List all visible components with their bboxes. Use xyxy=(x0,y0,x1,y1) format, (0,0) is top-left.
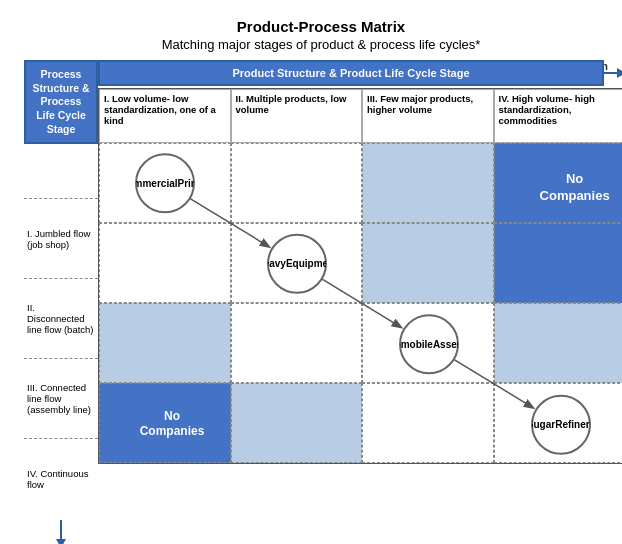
cell-r4c2 xyxy=(231,383,363,463)
row-label-2: II. Disconnected line flow (batch) xyxy=(24,278,98,358)
col-header-3: III. Few major products, higher volume xyxy=(362,89,494,143)
cell-r2c2 xyxy=(231,223,363,303)
cell-r4c3 xyxy=(362,383,494,463)
col-header-2: II. Multiple products, low volume xyxy=(231,89,363,143)
sub-title: Matching major stages of product & proce… xyxy=(16,37,622,52)
x-axis-label: Product Structure & Product Life Cycle S… xyxy=(98,60,604,86)
cell-r3c3 xyxy=(362,303,494,383)
cell-r2c3 xyxy=(362,223,494,303)
row-label-4: IV. Continuous flow xyxy=(24,438,98,518)
cell-r1c3 xyxy=(362,143,494,223)
cell-r2c1 xyxy=(99,223,231,303)
cell-r4c4 xyxy=(494,383,623,463)
cell-r1c4 xyxy=(494,143,623,223)
y-axis-label: Process Structure & Process Life Cycle S… xyxy=(24,60,98,144)
row-label-3: III. Connected line flow (assembly line) xyxy=(24,358,98,438)
main-title: Product-Process Matrix xyxy=(16,18,622,35)
col-header-4: IV. High volume- high standardization, c… xyxy=(494,89,623,143)
cell-r4c1 xyxy=(99,383,231,463)
row-label-1: I. Jumbled flow (job shop) xyxy=(24,198,98,278)
cell-r1c2 xyxy=(231,143,363,223)
cell-r2c4 xyxy=(494,223,623,303)
cell-r3c2 xyxy=(231,303,363,383)
cell-r3c4 xyxy=(494,303,623,383)
cell-r3c1 xyxy=(99,303,231,383)
cell-r1c1 xyxy=(99,143,231,223)
col-header-1: I. Low volume- low standardization, one … xyxy=(99,89,231,143)
